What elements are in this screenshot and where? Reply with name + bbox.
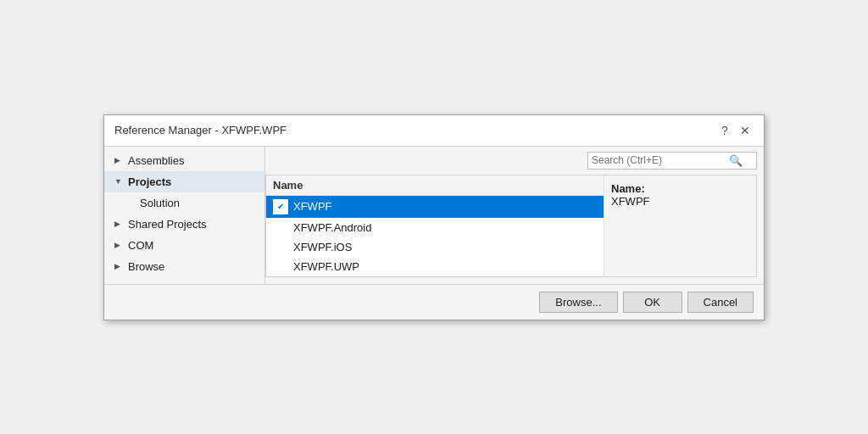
footer: Browse... OK Cancel [104,284,764,320]
assemblies-arrow: ▶ [114,156,123,164]
solution-label: Solution [140,197,180,209]
sidebar: ▶ Assemblies ▼ Projects Solution ▶ Share… [104,147,265,284]
check-icon: ✔ [273,199,288,214]
com-label: COM [128,239,153,252]
sidebar-item-projects[interactable]: ▼ Projects [104,171,264,192]
dialog-title: Reference Manager - XFWPF.WPF [114,124,287,136]
dialog-content: ▶ Assemblies ▼ Projects Solution ▶ Share… [104,147,764,284]
title-bar: Reference Manager - XFWPF.WPF ? ✕ [104,115,764,147]
shared-projects-arrow: ▶ [114,220,123,228]
sidebar-item-shared-projects[interactable]: ▶ Shared Projects [104,214,264,235]
sidebar-item-solution[interactable]: Solution [104,192,264,214]
list-column-name: Name [266,175,604,196]
sidebar-item-browse[interactable]: ▶ Browse [104,256,264,277]
projects-arrow: ▼ [114,177,123,186]
list-panel: Name ✔XFWPFXFWPF.AndroidXFWPF.iOSXFWPF.U… [266,175,604,276]
list-item[interactable]: XFWPF.iOS [266,237,604,257]
detail-panel: Name: XFWPF [604,175,756,276]
close-button[interactable]: ✕ [737,122,754,139]
ok-button[interactable]: OK [623,292,682,313]
shared-projects-label: Shared Projects [128,218,207,231]
list-item-name: XFWPF [293,200,332,213]
title-bar-controls: ? ✕ [716,122,754,139]
list-item-name: XFWPF.Android [293,221,371,234]
assemblies-label: Assemblies [128,154,184,167]
list-item[interactable]: ✔XFWPF [266,196,604,218]
help-button[interactable]: ? [716,122,733,139]
toolbar: 🔍 [265,147,764,175]
browse-button[interactable]: Browse... [539,292,617,313]
search-input[interactable] [592,154,727,166]
search-box[interactable]: 🔍 [587,152,757,170]
list-item-name: XFWPF.iOS [293,241,352,253]
detail-label: Name: [611,182,749,195]
list-item[interactable]: XFWPF.Android [266,218,604,237]
sidebar-item-assemblies[interactable]: ▶ Assemblies [104,150,264,171]
com-arrow: ▶ [114,241,123,249]
browse-nav-arrow: ▶ [114,262,123,270]
list-item[interactable]: XFWPF.UWP [266,257,604,276]
search-button[interactable]: 🔍 [727,154,744,167]
list-item-name: XFWPF.UWP [293,260,359,273]
main-panel: 🔍 Name ✔XFWPFXFWPF.AndroidXFWPF.iOSXFWPF… [265,147,764,284]
sidebar-item-com[interactable]: ▶ COM [104,235,264,256]
detail-value: XFWPF [611,195,749,208]
browse-nav-label: Browse [128,260,164,273]
projects-label: Projects [128,175,171,188]
reference-manager-dialog: Reference Manager - XFWPF.WPF ? ✕ ▶ Asse… [103,114,765,320]
list-area: Name ✔XFWPFXFWPF.AndroidXFWPF.iOSXFWPF.U… [265,175,757,277]
cancel-button[interactable]: Cancel [687,292,754,313]
